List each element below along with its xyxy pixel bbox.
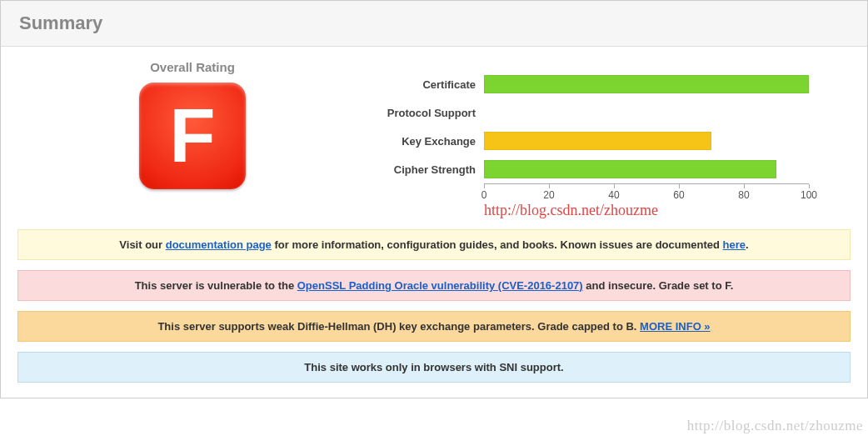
- overall-rating-block: Overall Rating F: [17, 58, 367, 189]
- axis-tick: [614, 184, 615, 188]
- grade-badge: F: [139, 83, 246, 189]
- notice-link[interactable]: OpenSSL Padding Oracle vulnerability (CV…: [297, 279, 583, 292]
- notice-link[interactable]: documentation page: [166, 238, 272, 251]
- panel-body: Overall Rating F CertificateProtocol Sup…: [1, 47, 867, 398]
- axis-tick-label: 40: [608, 189, 619, 201]
- notice-link[interactable]: MORE INFO »: [640, 320, 711, 333]
- notice-banner: This site works only in browsers with SN…: [17, 352, 851, 383]
- chart-category-label: Certificate: [367, 78, 484, 91]
- score-chart: CertificateProtocol SupportKey ExchangeC…: [367, 58, 851, 219]
- chart-bar: [484, 160, 776, 178]
- chart-category-label: Protocol Support: [367, 107, 484, 119]
- notice-banner: This server is vulnerable to the OpenSSL…: [17, 270, 851, 301]
- axis-tick-label: 60: [673, 189, 684, 201]
- notice-text: for more information, configuration guid…: [272, 238, 723, 251]
- watermark-corner: http://blog.csdn.net/zhouzme: [687, 418, 863, 434]
- axis-tick: [484, 184, 485, 188]
- grade-letter: F: [170, 98, 216, 173]
- axis-tick: [809, 184, 810, 188]
- notice-text: This server supports weak Diffie-Hellman…: [157, 320, 640, 333]
- watermark-inline: http://blog.csdn.net/zhouzme: [484, 202, 851, 219]
- chart-category-label: Key Exchange: [367, 135, 484, 148]
- chart-row: Certificate: [367, 70, 851, 98]
- chart-row: Cipher Strength: [367, 155, 851, 183]
- overall-rating-label: Overall Rating: [17, 60, 367, 74]
- chart-bar: [484, 75, 809, 93]
- panel-title: Summary: [19, 13, 849, 34]
- axis-tick: [549, 184, 550, 188]
- chart-bar: [484, 132, 711, 150]
- axis-tick-label: 100: [801, 189, 817, 201]
- chart-track: [484, 132, 809, 150]
- chart-category-label: Cipher Strength: [367, 163, 484, 176]
- axis-tick-label: 80: [738, 189, 749, 201]
- summary-panel: Summary Overall Rating F CertificateProt…: [0, 0, 868, 398]
- notice-text: and insecure. Grade set to F.: [583, 279, 734, 292]
- notice-link[interactable]: here: [723, 238, 746, 251]
- chart-row: Key Exchange: [367, 127, 851, 155]
- notice-text: Visit our: [119, 238, 165, 251]
- notice-text: This site works only in browsers with SN…: [304, 361, 563, 373]
- chart-track: [484, 75, 809, 93]
- chart-axis: 020406080100: [367, 183, 851, 203]
- notice-banner: This server supports weak Diffie-Hellman…: [17, 311, 851, 342]
- chart-track: [484, 160, 809, 178]
- chart-track: [484, 103, 809, 122]
- notice-text: .: [746, 238, 749, 251]
- axis-tick: [744, 184, 745, 188]
- chart-row: Protocol Support: [367, 98, 851, 127]
- notice-text: This server is vulnerable to the: [135, 279, 297, 292]
- panel-header: Summary: [1, 1, 867, 47]
- axis-tick: [679, 184, 680, 188]
- notice-banner: Visit our documentation page for more in…: [17, 229, 851, 260]
- axis-tick-label: 20: [543, 189, 554, 201]
- axis-tick-label: 0: [481, 189, 487, 201]
